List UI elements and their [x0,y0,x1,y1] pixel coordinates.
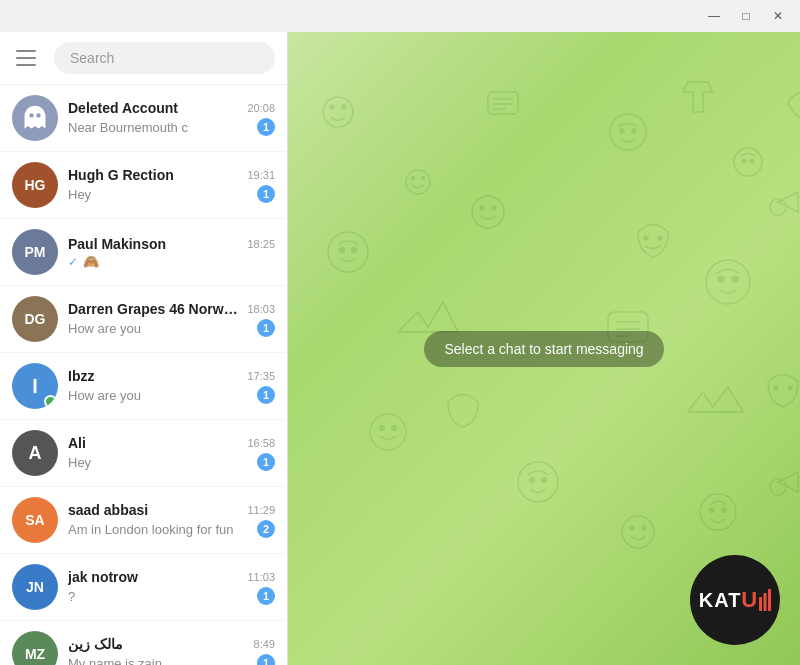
chat-info: saad abbasi11:29Am in London looking for… [68,502,275,538]
avatar: HG [12,162,58,208]
svg-point-39 [542,478,547,483]
search-input[interactable] [54,42,275,74]
svg-point-46 [710,508,714,512]
chat-item[interactable]: MZمالک زین8:49My name is zain1 [0,621,287,665]
maximize-button[interactable]: □ [732,6,760,26]
chat-preview: ? [68,589,251,604]
katu-text-main: KAT [699,589,742,612]
chat-name: Darren Grapes 46 Norwic... [68,301,239,317]
svg-point-29 [770,199,786,215]
svg-rect-49 [759,597,762,611]
chat-time: 17:35 [247,370,275,382]
unread-badge: 1 [257,587,275,605]
app-container: Deleted Account20:08Near Bournemouth c1H… [0,32,800,665]
avatar: PM [12,229,58,275]
chat-info: Ibzz17:35How are you1 [68,368,275,404]
svg-point-20 [352,248,357,253]
svg-point-6 [412,177,415,180]
katu-logo-text: KAT U [699,589,772,612]
svg-rect-50 [764,593,767,611]
svg-point-7 [422,177,425,180]
hamburger-line-1 [16,50,36,52]
svg-point-44 [642,526,646,530]
menu-button[interactable] [12,42,44,74]
avatar [12,95,58,141]
chat-list: Deleted Account20:08Near Bournemouth c1H… [0,85,287,665]
minimize-button[interactable]: — [700,6,728,26]
chat-item[interactable]: PMPaul Makinson18:25✓ 🙈 [0,219,287,286]
unread-badge: 1 [257,118,275,136]
close-button[interactable]: ✕ [764,6,792,26]
svg-point-40 [774,386,778,390]
chat-name: Paul Makinson [68,236,166,252]
unread-badge: 1 [257,453,275,471]
chat-name: مالک زین [68,636,123,652]
svg-point-27 [718,276,724,282]
chat-item[interactable]: SAsaad abbasi11:29Am in London looking f… [0,487,287,554]
svg-point-34 [370,414,406,450]
svg-point-45 [700,494,736,530]
svg-point-15 [734,148,762,176]
chat-name: Deleted Account [68,100,178,116]
chat-preview: How are you [68,388,251,403]
svg-point-0 [29,113,33,117]
avatar: DG [12,296,58,342]
chat-info: Hugh G Rection19:31Hey1 [68,167,275,203]
svg-point-12 [610,114,646,150]
katu-bars-icon [759,589,771,611]
avatar: JN [12,564,58,610]
unread-badge: 1 [257,386,275,404]
chat-info: Ali16:58Hey1 [68,435,275,471]
svg-point-22 [480,206,484,210]
chat-item[interactable]: JNjak notrow11:03?1 [0,554,287,621]
chat-item[interactable]: IIbzz17:35How are you1 [0,353,287,420]
svg-point-28 [732,276,738,282]
chat-preview: ✓ 🙈 [68,254,275,269]
svg-point-4 [342,105,346,109]
chat-name: Ali [68,435,86,451]
svg-point-42 [622,516,654,548]
select-chat-message: Select a chat to start messaging [424,331,663,367]
svg-point-23 [492,206,496,210]
chat-item[interactable]: HGHugh G Rection19:31Hey1 [0,152,287,219]
svg-point-21 [472,196,504,228]
avatar: I [12,363,58,409]
svg-point-16 [742,159,746,163]
chat-name: Hugh G Rection [68,167,174,183]
svg-point-24 [644,236,648,240]
chat-info: مالک زین8:49My name is zain1 [68,636,275,665]
svg-point-2 [323,97,353,127]
chat-item[interactable]: DGDarren Grapes 46 Norwic...18:03How are… [0,286,287,353]
chat-time: 8:49 [254,638,275,650]
svg-point-43 [630,526,634,530]
hamburger-line-2 [16,57,36,59]
chat-name: Ibzz [68,368,94,384]
svg-point-38 [530,478,535,483]
chat-preview: Am in London looking for fun [68,522,251,537]
chat-time: 19:31 [247,169,275,181]
chat-item[interactable]: Deleted Account20:08Near Bournemouth c1 [0,85,287,152]
chat-time: 16:58 [247,437,275,449]
svg-point-5 [406,170,430,194]
chat-info: Deleted Account20:08Near Bournemouth c1 [68,100,275,136]
unread-badge: 2 [257,520,275,538]
unread-badge: 1 [257,185,275,203]
svg-point-36 [392,426,396,430]
chat-preview: Hey [68,455,251,470]
katu-text-accent: U [741,589,771,611]
title-bar: — □ ✕ [0,0,800,32]
chat-item[interactable]: AAli16:58Hey1 [0,420,287,487]
unread-badge: 1 [257,654,275,665]
svg-point-3 [330,105,334,109]
svg-point-13 [620,129,624,133]
unread-badge: 1 [257,319,275,337]
chat-time: 18:03 [247,303,275,315]
chat-name: jak notrow [68,569,138,585]
sidebar: Deleted Account20:08Near Bournemouth c1H… [0,32,288,665]
svg-point-37 [518,462,558,502]
chat-preview: My name is zain [68,656,251,666]
chat-name: saad abbasi [68,502,148,518]
chat-info: Paul Makinson18:25✓ 🙈 [68,236,275,269]
chat-time: 20:08 [247,102,275,114]
svg-point-14 [632,129,636,133]
